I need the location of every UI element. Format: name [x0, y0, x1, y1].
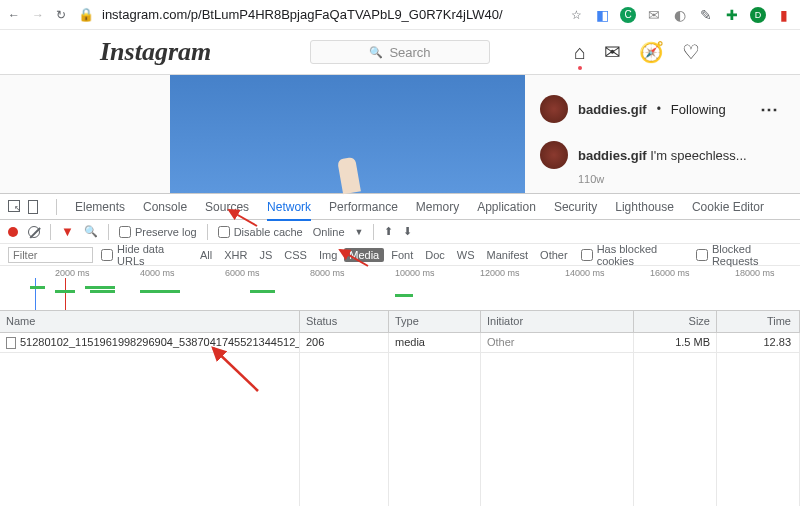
- ext-icon-5[interactable]: ✎: [698, 7, 714, 23]
- heart-icon[interactable]: ♡: [682, 40, 700, 64]
- search-placeholder: Search: [389, 45, 430, 60]
- avatar[interactable]: [540, 141, 568, 169]
- table-row[interactable]: 51280102_1151961998296904_53870417455213…: [0, 333, 800, 353]
- blocked-requests-checkbox[interactable]: Blocked Requests: [696, 243, 792, 267]
- request-time: 12.83: [717, 333, 800, 352]
- instagram-header: Instagram 🔍 Search ⌂ ✉ 🧭 ♡: [0, 30, 800, 75]
- clear-button[interactable]: [28, 226, 40, 238]
- tab-memory[interactable]: Memory: [416, 200, 459, 214]
- filter-js[interactable]: JS: [254, 248, 277, 262]
- col-time[interactable]: Time: [717, 311, 800, 332]
- col-name[interactable]: Name: [0, 311, 300, 332]
- search-input[interactable]: 🔍 Search: [310, 40, 490, 64]
- devtools-tabs: ↖ Elements Console Sources Network Perfo…: [0, 194, 800, 220]
- col-type[interactable]: Type: [389, 311, 481, 332]
- type-filters: All XHR JS CSS Img Media Font Doc WS Man…: [195, 248, 573, 262]
- search-icon: 🔍: [369, 46, 383, 59]
- col-status[interactable]: Status: [300, 311, 389, 332]
- network-timeline[interactable]: 2000 ms4000 ms6000 ms8000 ms10000 ms1200…: [0, 266, 800, 311]
- device-icon[interactable]: [28, 200, 38, 214]
- search-toolbar-icon[interactable]: 🔍: [84, 225, 98, 238]
- lock-icon: 🔒: [78, 7, 94, 22]
- filter-other[interactable]: Other: [535, 248, 573, 262]
- avatar[interactable]: [540, 95, 568, 123]
- messenger-icon[interactable]: ✉: [604, 40, 621, 64]
- ext-icon-7[interactable]: D: [750, 7, 766, 23]
- post-username[interactable]: baddies.gif: [578, 102, 647, 117]
- more-options-icon[interactable]: ⋯: [760, 98, 780, 120]
- empty-rows: [0, 353, 800, 506]
- filter-manifest[interactable]: Manifest: [482, 248, 534, 262]
- tab-lighthouse[interactable]: Lighthouse: [615, 200, 674, 214]
- download-icon[interactable]: ⬇: [403, 225, 412, 238]
- filter-doc[interactable]: Doc: [420, 248, 450, 262]
- post-age: 110w: [578, 173, 780, 185]
- filter-css[interactable]: CSS: [279, 248, 312, 262]
- blocked-cookies-checkbox[interactable]: Has blocked cookies: [581, 243, 688, 267]
- explore-icon[interactable]: 🧭: [639, 40, 664, 64]
- filter-ws[interactable]: WS: [452, 248, 480, 262]
- timeline-tick: 4000 ms: [140, 268, 175, 278]
- back-button[interactable]: ←: [8, 8, 20, 22]
- timeline-tick: 18000 ms: [735, 268, 775, 278]
- filter-all[interactable]: All: [195, 248, 217, 262]
- inspect-icon[interactable]: ↖: [8, 200, 20, 212]
- post-area: baddies.gif • Following ⋯ baddies.gif I'…: [0, 75, 800, 193]
- filter-img[interactable]: Img: [314, 248, 342, 262]
- filter-xhr[interactable]: XHR: [219, 248, 252, 262]
- network-toolbar: ▼ 🔍 Preserve log Disable cache Online ▼ …: [0, 220, 800, 244]
- filter-input[interactable]: [8, 247, 93, 263]
- caption-user[interactable]: baddies.gif: [578, 148, 647, 163]
- devtools-panel: ↖ Elements Console Sources Network Perfo…: [0, 193, 800, 506]
- tab-sources[interactable]: Sources: [205, 200, 249, 214]
- caption-text: I'm speechless...: [650, 148, 746, 163]
- timeline-tick: 8000 ms: [310, 268, 345, 278]
- timeline-tick: 16000 ms: [650, 268, 690, 278]
- ext-icon-1[interactable]: ◧: [594, 7, 610, 23]
- tab-performance[interactable]: Performance: [329, 200, 398, 214]
- upload-icon[interactable]: ⬆: [384, 225, 393, 238]
- star-icon[interactable]: ☆: [571, 8, 582, 22]
- ext-icon-6[interactable]: ✚: [724, 7, 740, 23]
- timeline-tick: 6000 ms: [225, 268, 260, 278]
- ext-icon-2[interactable]: C: [620, 7, 636, 23]
- ext-icon-8[interactable]: ▮: [776, 7, 792, 23]
- timeline-tick: 12000 ms: [480, 268, 520, 278]
- request-name: 51280102_1151961998296904_53870417455213…: [20, 336, 300, 348]
- timeline-tick: 10000 ms: [395, 268, 435, 278]
- hide-data-urls-checkbox[interactable]: Hide data URLs: [101, 243, 187, 267]
- ext-icon-3[interactable]: ✉: [646, 7, 662, 23]
- throttling-select[interactable]: Online: [313, 226, 345, 238]
- tab-application[interactable]: Application: [477, 200, 536, 214]
- disable-cache-checkbox[interactable]: Disable cache: [218, 226, 303, 238]
- request-initiator: Other: [481, 333, 634, 352]
- forward-button[interactable]: →: [32, 8, 44, 22]
- extensions: ◧ C ✉ ◐ ✎ ✚ D ▮: [594, 7, 792, 23]
- col-initiator[interactable]: Initiator: [481, 311, 634, 332]
- follow-status[interactable]: Following: [671, 102, 726, 117]
- home-icon[interactable]: ⌂: [574, 41, 586, 64]
- url-text[interactable]: instagram.com/p/BtLumP4HR8BpjagFaQaTVAPb…: [102, 7, 503, 22]
- file-icon: [6, 337, 16, 349]
- tab-security[interactable]: Security: [554, 200, 597, 214]
- tab-cookie-editor[interactable]: Cookie Editor: [692, 200, 764, 214]
- tab-console[interactable]: Console: [143, 200, 187, 214]
- tab-elements[interactable]: Elements: [75, 200, 125, 214]
- reload-button[interactable]: ↻: [56, 8, 66, 22]
- filter-font[interactable]: Font: [386, 248, 418, 262]
- ext-icon-4[interactable]: ◐: [672, 7, 688, 23]
- network-table-header: Name Status Type Initiator Size Time: [0, 311, 800, 333]
- col-size[interactable]: Size: [634, 311, 717, 332]
- filter-icon[interactable]: ▼: [61, 224, 74, 239]
- dot-separator: •: [657, 102, 661, 116]
- preserve-log-checkbox[interactable]: Preserve log: [119, 226, 197, 238]
- tab-network[interactable]: Network: [267, 200, 311, 214]
- timeline-tick: 2000 ms: [55, 268, 90, 278]
- post-media[interactable]: [170, 75, 525, 193]
- timeline-tick: 14000 ms: [565, 268, 605, 278]
- filter-media[interactable]: Media: [344, 248, 384, 262]
- instagram-logo[interactable]: Instagram: [100, 37, 211, 67]
- caption: baddies.gif I'm speechless...: [578, 148, 747, 163]
- request-size: 1.5 MB: [634, 333, 717, 352]
- record-button[interactable]: [8, 227, 18, 237]
